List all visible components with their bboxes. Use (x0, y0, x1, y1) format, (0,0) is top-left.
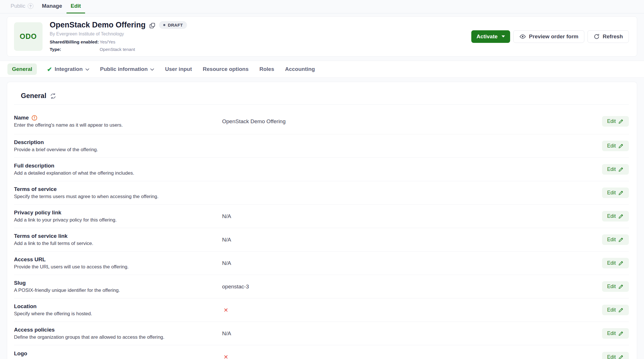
field-description: Provide the URL users will use to access… (14, 264, 211, 270)
field-label: Slug (14, 280, 26, 286)
pencil-icon (618, 354, 624, 359)
tab-edit-label: Edit (71, 3, 81, 9)
field-row: Terms of service Specify the terms users… (14, 181, 629, 205)
tab-edit[interactable]: Edit (67, 0, 85, 13)
offering-info: OpenStack Demo Offering DRAFT By Evergre… (50, 21, 471, 52)
tab-manage[interactable]: Manage (38, 0, 67, 13)
edit-button[interactable]: Edit (602, 328, 629, 339)
detail-label: Type: (50, 47, 100, 52)
status-badge: DRAFT (159, 21, 187, 29)
section-tab-accounting[interactable]: ✔ Accounting (285, 63, 316, 75)
pencil-icon (618, 143, 624, 149)
section-tab-user-input[interactable]: ✔ User input (164, 63, 192, 75)
activate-button[interactable]: Activate (471, 30, 510, 43)
edit-button-label: Edit (607, 284, 616, 290)
section-tab-label: Resource options (203, 66, 248, 72)
field-row: Access URL Provide the URL users will us… (14, 252, 629, 275)
field-description: Add a link to the full terms of service. (14, 241, 211, 246)
edit-button[interactable]: Edit (602, 234, 629, 245)
field-label: Access policies (14, 327, 55, 333)
edit-button-label: Edit (607, 307, 616, 313)
edit-button-label: Edit (607, 237, 616, 243)
field-label: Full description (14, 163, 54, 169)
status-dot-icon (163, 24, 165, 26)
chevron-down-icon (150, 68, 154, 71)
field-value: N/A (222, 213, 231, 219)
field-label: Location (14, 303, 37, 310)
refresh-button[interactable]: Refresh (587, 30, 629, 43)
edit-button-label: Edit (607, 143, 616, 149)
field-value: N/A (222, 237, 231, 243)
section-tab-label: User input (165, 66, 192, 72)
edit-button[interactable]: Edit (602, 258, 629, 268)
section-tabs: ✔ General ✔ Integration ✔ Public informa… (0, 61, 644, 78)
preview-order-form-button[interactable]: Preview order form (513, 30, 584, 43)
field-row: Logo Upload an image to represent the of… (14, 345, 629, 359)
field-description: Specify the terms users must agree to wh… (14, 194, 211, 200)
offering-title: OpenStack Demo Offering (50, 21, 146, 29)
detail-value: OpenStack tenant (100, 47, 135, 52)
section-tab-resource-options[interactable]: ✔ Resource options (202, 63, 249, 75)
pencil-icon (618, 307, 624, 313)
field-row: Terms of service link Add a link to the … (14, 228, 629, 252)
section-tab-public-information[interactable]: ✔ Public information (100, 63, 155, 75)
preview-label: Preview order form (529, 33, 578, 40)
field-description: A POSIX-friendly unique identifier for t… (14, 288, 211, 293)
section-tab-roles[interactable]: ✔ Roles (259, 63, 275, 75)
detail-value: Yes/Yes (100, 39, 115, 45)
field-row: Name Enter the offering's name as it wil… (14, 109, 629, 134)
edit-button[interactable]: Edit (602, 352, 629, 359)
field-label: Description (14, 139, 44, 145)
edit-button[interactable]: Edit (602, 281, 629, 292)
section-tab-general[interactable]: ✔ General (7, 63, 37, 75)
field-value: N/A (222, 330, 231, 336)
pencil-icon (618, 284, 624, 289)
panel-title: General (21, 92, 46, 100)
pencil-icon (618, 190, 624, 196)
section-tab-label: Accounting (285, 66, 315, 72)
edit-button[interactable]: Edit (602, 305, 629, 315)
edit-button[interactable]: Edit (602, 211, 629, 222)
view-tab-bar: Public ? Manage Edit (0, 0, 644, 13)
section-tab-label: Integration (55, 66, 82, 72)
warning-icon (31, 115, 37, 121)
detail-label: Shared/Billing enabled: (50, 39, 100, 45)
copy-icon[interactable] (149, 22, 156, 29)
edit-button[interactable]: Edit (602, 116, 629, 127)
section-tab-integration[interactable]: ✔ Integration (47, 63, 90, 75)
help-icon[interactable]: ? (28, 3, 33, 9)
field-value: openstac-3 (222, 284, 249, 290)
tab-public-label: Public (11, 3, 25, 9)
edit-button-label: Edit (607, 166, 616, 172)
general-panel: General Name Enter the (7, 82, 637, 359)
edit-button-label: Edit (607, 354, 616, 359)
avatar-initials: ODO (20, 32, 37, 41)
field-description: Provide a brief overview of the offering… (14, 147, 211, 153)
field-row: Slug A POSIX-friendly unique identifier … (14, 275, 629, 298)
edit-button[interactable]: Edit (602, 141, 629, 151)
detail-shared-billing: Shared/Billing enabled: Yes/Yes (50, 39, 471, 45)
field-row: Privacy policy link Add a link to your p… (14, 205, 629, 228)
x-icon: ✕ (222, 354, 228, 359)
tab-public[interactable]: Public ? (6, 0, 38, 13)
detail-type: Type: OpenStack tenant (50, 47, 471, 52)
offering-header-card: ODO OpenStack Demo Offering DRAFT By Eve… (7, 16, 637, 57)
field-row: Full description Add a detailed explanat… (14, 158, 629, 181)
edit-button[interactable]: Edit (602, 164, 629, 175)
tab-manage-label: Manage (42, 3, 62, 9)
sync-icon[interactable] (50, 93, 56, 99)
edit-button-label: Edit (607, 118, 616, 124)
check-icon: ✔ (47, 66, 52, 72)
pencil-icon (618, 260, 624, 266)
x-icon: ✕ (222, 307, 228, 313)
field-value: OpenStack Demo Offering (222, 118, 285, 124)
field-label: Privacy policy link (14, 210, 61, 216)
chevron-down-icon (502, 35, 505, 37)
panel-header: General (14, 89, 629, 105)
offering-avatar: ODO (14, 22, 43, 51)
section-tab-label: Public information (100, 66, 148, 72)
section-tab-label: Roles (259, 66, 274, 72)
eye-icon (519, 33, 526, 40)
edit-button[interactable]: Edit (602, 188, 629, 198)
field-row: Access policies Define the organization … (14, 322, 629, 345)
